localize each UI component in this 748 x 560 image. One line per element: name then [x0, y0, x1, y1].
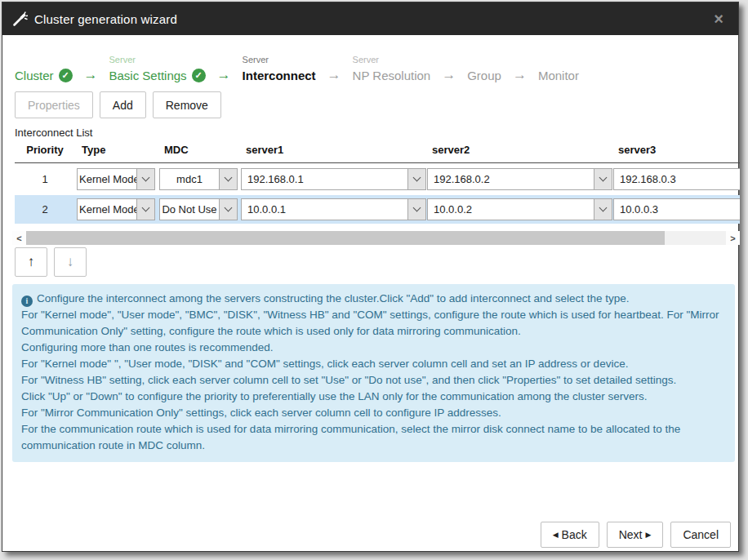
move-down-button[interactable]: ↓	[54, 247, 87, 277]
info-icon: i	[21, 296, 33, 307]
check-circle-icon: ✓	[192, 69, 206, 82]
cancel-button[interactable]: Cancel	[670, 522, 731, 548]
info-paragraph: Configuring more than one routes is reco…	[21, 340, 726, 356]
column-header-mdc: MDC	[164, 144, 189, 156]
step-label: Cluster	[15, 69, 54, 82]
step-cluster[interactable]: Cluster ✓	[15, 53, 73, 84]
step-arrow-icon: →	[84, 66, 98, 84]
server2-select[interactable]: 192.168.0.2	[427, 168, 612, 190]
column-header-server2: server2	[432, 144, 470, 156]
step-interconnect[interactable]: Server Interconnect	[243, 53, 316, 84]
info-box: iConfigure the interconnect among the se…	[12, 284, 735, 462]
priority-cell: 2	[15, 195, 75, 224]
scrollbar-track[interactable]	[665, 231, 726, 245]
mdc-select[interactable]: mdc1	[159, 168, 238, 190]
step-arrow-icon: →	[217, 66, 231, 84]
dialog-title: Cluster generation wizard	[34, 12, 177, 26]
step-label: Monitor	[538, 69, 579, 82]
properties-button[interactable]: Properties	[15, 91, 93, 118]
server3-select[interactable]: 10.0.0.3	[613, 198, 740, 220]
info-paragraph: For "Kernel mode", "User mode", "BMC", "…	[21, 307, 726, 340]
column-header-server3: server3	[618, 144, 656, 156]
chevron-down-icon	[219, 169, 237, 189]
step-arrow-icon: →	[513, 66, 527, 84]
move-up-button[interactable]: ↑	[15, 247, 47, 277]
titlebar: Cluster generation wizard ×	[2, 2, 738, 35]
step-basic-settings[interactable]: Server Basic Settings ✓	[109, 53, 206, 84]
scrollbar-thumb[interactable]	[26, 231, 665, 245]
info-paragraph: For "Witness HB" setting, click each ser…	[21, 372, 726, 389]
chevron-down-icon	[136, 199, 154, 220]
close-icon[interactable]: ×	[709, 9, 728, 29]
step-arrow-icon: →	[327, 66, 341, 84]
next-arrow-icon: ▶	[645, 531, 651, 539]
type-select[interactable]: Kernel Mode	[77, 168, 155, 190]
footer-buttons: ◀ Back Next ▶ Cancel	[2, 522, 731, 548]
table-row[interactable]: 2 Kernel Mode Do Not Use 10.0.0.1 10.0.0…	[15, 195, 740, 224]
scroll-right-icon[interactable]: >	[726, 231, 740, 245]
type-select[interactable]: Kernel Mode	[77, 198, 155, 220]
column-header-priority: Priority	[15, 144, 75, 156]
chevron-down-icon	[594, 169, 612, 189]
server1-select[interactable]: 10.0.0.1	[241, 198, 426, 220]
step-monitor[interactable]: Monitor	[538, 53, 579, 84]
column-header-type: Type	[82, 144, 105, 156]
info-paragraph: For the communication route which is use…	[21, 421, 726, 454]
server3-select[interactable]: 192.168.0.3	[613, 168, 740, 190]
back-button[interactable]: ◀ Back	[541, 522, 599, 548]
interconnect-list-title: Interconnect List	[15, 127, 92, 139]
chevron-down-icon	[407, 199, 425, 220]
check-circle-icon: ✓	[59, 69, 73, 82]
step-label: Basic Settings	[109, 69, 187, 82]
info-paragraph: For "Kernel mode" ", "User mode, "DISK" …	[21, 356, 726, 372]
table-header: Priority Type MDC server1 server2 server…	[15, 142, 740, 163]
scroll-left-icon[interactable]: <	[12, 231, 26, 245]
table-row[interactable]: 1 Kernel Mode mdc1 192.168.0.1 192.168.0…	[15, 165, 740, 193]
priority-cell: 1	[15, 165, 75, 193]
wizard-steps: Cluster ✓ → Server Basic Settings ✓ → Se…	[15, 45, 730, 84]
info-paragraph: For "Mirror Communication Only" settings…	[21, 405, 726, 421]
cluster-generation-wizard-dialog: Cluster generation wizard × Cluster ✓ → …	[2, 2, 739, 552]
step-group[interactable]: Group	[467, 53, 501, 84]
server1-select[interactable]: 192.168.0.1	[241, 168, 426, 190]
magic-wand-icon	[12, 11, 28, 27]
remove-button[interactable]: Remove	[153, 91, 221, 118]
step-arrow-icon: →	[442, 66, 456, 84]
step-label: NP Resolution	[353, 69, 431, 82]
info-paragraph: Click "Up" or "Down" to configure the pr…	[21, 389, 726, 405]
reorder-controls: ↑ ↓	[15, 247, 87, 277]
mdc-select[interactable]: Do Not Use	[159, 198, 238, 220]
column-header-server1: server1	[246, 144, 283, 156]
server2-select[interactable]: 10.0.0.2	[427, 198, 612, 220]
chevron-down-icon	[407, 169, 425, 189]
next-button[interactable]: Next ▶	[607, 522, 664, 548]
chevron-down-icon	[219, 199, 237, 220]
chevron-down-icon	[136, 169, 154, 189]
horizontal-scrollbar: < >	[12, 231, 740, 245]
step-label: Group	[467, 69, 501, 82]
step-np-resolution[interactable]: Server NP Resolution	[353, 53, 431, 84]
list-toolbar: Properties Add Remove	[15, 91, 221, 118]
add-button[interactable]: Add	[100, 91, 146, 118]
info-paragraph: iConfigure the interconnect among the se…	[21, 291, 726, 307]
back-arrow-icon: ◀	[553, 531, 559, 539]
chevron-down-icon	[594, 199, 612, 220]
step-label: Interconnect	[243, 69, 316, 82]
